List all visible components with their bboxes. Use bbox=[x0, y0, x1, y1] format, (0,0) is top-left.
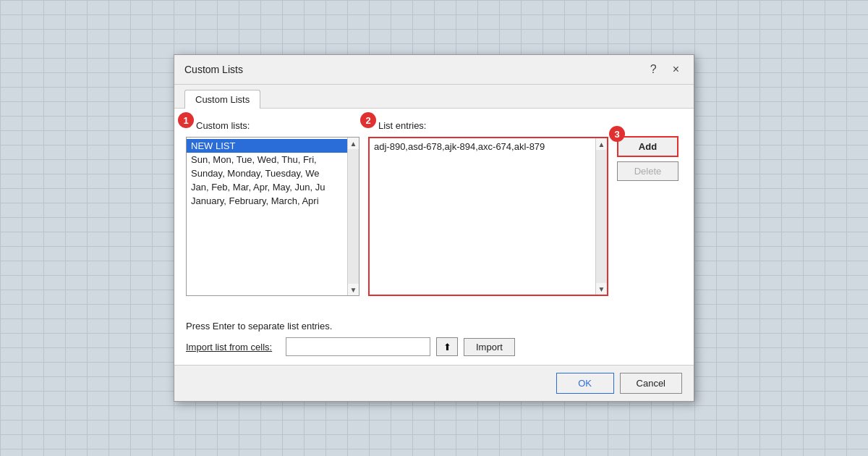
ok-button[interactable]: OK bbox=[556, 373, 614, 394]
custom-lists-column: 1 Custom lists: NEW LIST Sun, Mon, Tue, … bbox=[186, 120, 359, 311]
custom-lists-box: NEW LIST Sun, Mon, Tue, Wed, Thu, Fri, S… bbox=[186, 137, 359, 296]
cancel-button[interactable]: Cancel bbox=[620, 373, 682, 394]
import-arrow-button[interactable]: ⬆ bbox=[436, 337, 458, 356]
scroll-track bbox=[348, 149, 359, 284]
entries-scrollbar[interactable]: ▲ ▼ bbox=[595, 138, 607, 295]
import-row: Import list from cells: ⬆ Import bbox=[186, 337, 682, 356]
dialog-body: 1 Custom lists: NEW LIST Sun, Mon, Tue, … bbox=[174, 109, 694, 365]
list-box-inner: NEW LIST Sun, Mon, Tue, Wed, Thu, Fri, S… bbox=[187, 138, 359, 295]
bottom-section: Press Enter to separate list entries. Im… bbox=[186, 321, 682, 356]
title-bar: Custom Lists ? × bbox=[174, 55, 694, 85]
list-entries-box: adj-890,asd-678,ajk-894,axc-674,akl-879 … bbox=[368, 137, 608, 296]
add-button[interactable]: Add bbox=[617, 136, 678, 157]
title-bar-right: ? × bbox=[646, 62, 684, 77]
main-area: 1 Custom lists: NEW LIST Sun, Mon, Tue, … bbox=[186, 120, 682, 311]
list-entries-textarea[interactable]: adj-890,asd-678,ajk-894,axc-674,akl-879 bbox=[370, 138, 595, 295]
entries-scroll-up[interactable]: ▲ bbox=[596, 138, 608, 150]
scroll-up-arrow[interactable]: ▲ bbox=[348, 138, 359, 149]
badge-3: 3 bbox=[609, 126, 625, 142]
import-button[interactable]: Import bbox=[464, 338, 515, 356]
scroll-down-arrow[interactable]: ▼ bbox=[348, 284, 359, 295]
buttons-column: 3 Add Delete bbox=[617, 120, 682, 311]
custom-lists-dialog: Custom Lists ? × Custom Lists 1 Custom l… bbox=[174, 54, 694, 402]
tab-bar: Custom Lists bbox=[174, 85, 694, 109]
custom-lists-label: Custom lists: bbox=[186, 120, 250, 131]
dialog-footer: OK Cancel bbox=[174, 365, 694, 401]
list-scrollbar[interactable]: ▲ ▼ bbox=[347, 138, 359, 295]
entries-scroll-down[interactable]: ▼ bbox=[596, 283, 608, 295]
help-button[interactable]: ? bbox=[646, 62, 661, 77]
list-item-sunday-monday[interactable]: Sunday, Monday, Tuesday, We bbox=[187, 166, 347, 180]
list-item-sun-mon[interactable]: Sun, Mon, Tue, Wed, Thu, Fri, bbox=[187, 153, 347, 166]
list-item-january-february[interactable]: January, February, March, Apri bbox=[187, 194, 347, 208]
import-label: Import list from cells: bbox=[186, 342, 280, 352]
badge-2: 2 bbox=[360, 112, 376, 128]
dialog-title: Custom Lists bbox=[184, 64, 243, 75]
title-bar-left: Custom Lists bbox=[184, 64, 243, 75]
press-enter-text: Press Enter to separate list entries. bbox=[186, 321, 682, 332]
delete-button[interactable]: Delete bbox=[617, 161, 678, 181]
list-entries-column: 2 List entries: adj-890,asd-678,ajk-894,… bbox=[368, 120, 608, 311]
close-button[interactable]: × bbox=[668, 62, 684, 77]
entries-scroll-track bbox=[596, 150, 607, 283]
import-cells-input[interactable] bbox=[286, 337, 430, 356]
badge-1: 1 bbox=[178, 112, 194, 128]
list-entries-label: List entries: bbox=[368, 120, 426, 131]
list-item-new-list[interactable]: NEW LIST bbox=[187, 139, 347, 153]
tab-custom-lists[interactable]: Custom Lists bbox=[184, 90, 260, 109]
list-item-jan-feb[interactable]: Jan, Feb, Mar, Apr, May, Jun, Ju bbox=[187, 180, 347, 194]
